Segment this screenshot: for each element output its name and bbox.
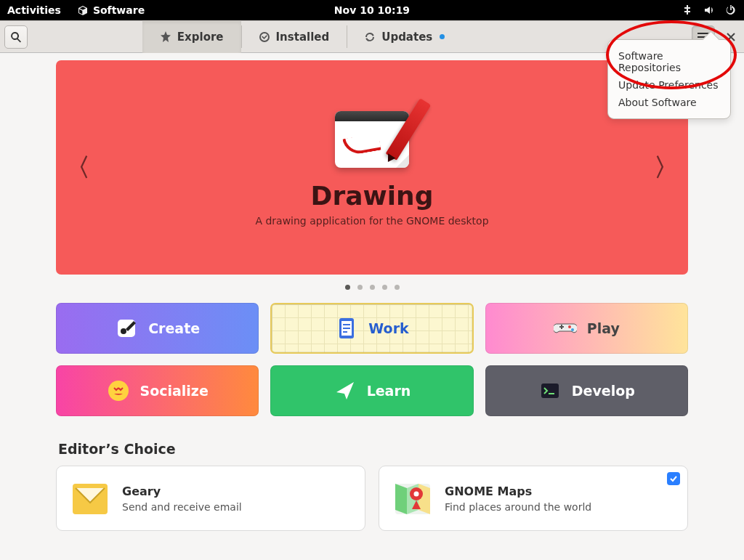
activities-button[interactable]: Activities xyxy=(7,4,61,16)
banner-prev[interactable]: 〈 xyxy=(56,60,100,275)
svg-point-4 xyxy=(568,325,571,328)
appcard-geary-desc: Send and receive email xyxy=(122,501,242,513)
dot-5[interactable] xyxy=(395,285,400,290)
featured-banner[interactable]: 〈 〉 Drawing A drawing application for th… xyxy=(56,60,688,275)
gnome-top-panel: Activities Software Nov 10 10:19 xyxy=(0,0,744,20)
paper-plane-icon xyxy=(333,379,357,402)
dot-3[interactable] xyxy=(370,285,375,290)
check-icon xyxy=(669,474,678,483)
banner-description: A drawing application for the GNOME desk… xyxy=(255,215,488,227)
banner-page-dots xyxy=(56,285,688,290)
banner-title: Drawing xyxy=(311,181,434,211)
category-learn[interactable]: Learn xyxy=(270,365,473,416)
editors-choice-heading: Editor’s Choice xyxy=(58,441,688,457)
svg-point-6 xyxy=(108,381,129,401)
svg-point-1 xyxy=(121,328,126,334)
power-icon[interactable] xyxy=(725,4,737,16)
category-play-label: Play xyxy=(587,320,620,336)
category-work[interactable]: Work xyxy=(270,303,473,354)
tab-updates[interactable]: Updates xyxy=(347,20,462,53)
category-grid: Create Work Play Socialize Learn Develop xyxy=(56,303,688,416)
appcard-maps-desc: Find places around the world xyxy=(445,501,591,513)
category-create[interactable]: Create xyxy=(56,303,259,354)
tab-explore[interactable]: Explore xyxy=(142,20,241,53)
mail-icon xyxy=(70,478,110,519)
smiley-icon xyxy=(107,379,130,402)
editors-choice-grid: Geary Send and receive email GNOME Maps … xyxy=(56,466,688,531)
category-play[interactable]: Play xyxy=(485,303,688,354)
current-app-menu[interactable]: Software xyxy=(77,4,145,16)
svg-rect-7 xyxy=(541,384,559,398)
tab-updates-label: Updates xyxy=(381,31,432,44)
volume-icon[interactable] xyxy=(703,4,715,16)
category-develop-label: Develop xyxy=(572,383,635,399)
view-tabs: Explore Installed Updates xyxy=(142,20,462,53)
maps-icon xyxy=(392,478,433,519)
main-content: 〈 〉 Drawing A drawing application for th… xyxy=(56,60,688,531)
svg-point-5 xyxy=(571,328,574,331)
category-socialize[interactable]: Socialize xyxy=(56,365,259,416)
package-icon xyxy=(77,4,89,16)
svg-point-11 xyxy=(414,492,419,497)
tab-installed-label: Installed xyxy=(276,31,330,44)
tab-installed[interactable]: Installed xyxy=(241,20,347,53)
appcard-geary-name: Geary xyxy=(122,484,242,498)
category-develop[interactable]: Develop xyxy=(485,365,688,416)
appcard-gnome-maps[interactable]: GNOME Maps Find places around the world xyxy=(379,466,688,531)
category-learn-label: Learn xyxy=(367,383,411,399)
current-app-label: Software xyxy=(93,4,145,16)
search-button[interactable] xyxy=(4,25,28,49)
checklist-icon xyxy=(335,317,358,340)
gamepad-icon xyxy=(554,317,577,340)
category-socialize-label: Socialize xyxy=(140,383,209,399)
compass-icon xyxy=(160,31,171,43)
category-work-label: Work xyxy=(368,320,408,336)
drawing-app-icon xyxy=(333,108,411,168)
updates-available-dot xyxy=(440,34,445,39)
installed-check-badge xyxy=(667,472,680,485)
dot-4[interactable] xyxy=(382,285,387,290)
search-icon xyxy=(10,31,22,43)
menu-about-software[interactable]: About Software xyxy=(608,94,730,111)
menu-software-repositories[interactable]: Software Repositories xyxy=(608,47,730,76)
tab-explore-label: Explore xyxy=(177,31,224,44)
category-create-label: Create xyxy=(148,320,200,336)
appcard-geary[interactable]: Geary Send and receive email xyxy=(56,466,365,531)
appcard-maps-name: GNOME Maps xyxy=(445,484,591,498)
dot-2[interactable] xyxy=(357,285,363,290)
menu-update-preferences[interactable]: Update Preferences xyxy=(608,76,730,94)
refresh-icon xyxy=(364,31,376,43)
check-circle-icon xyxy=(259,31,270,43)
network-icon[interactable] xyxy=(682,4,693,16)
terminal-icon xyxy=(538,379,562,402)
dot-1[interactable] xyxy=(345,285,350,290)
brush-icon xyxy=(115,317,138,340)
hamburger-popover: Software Repositories Update Preferences… xyxy=(607,39,731,119)
